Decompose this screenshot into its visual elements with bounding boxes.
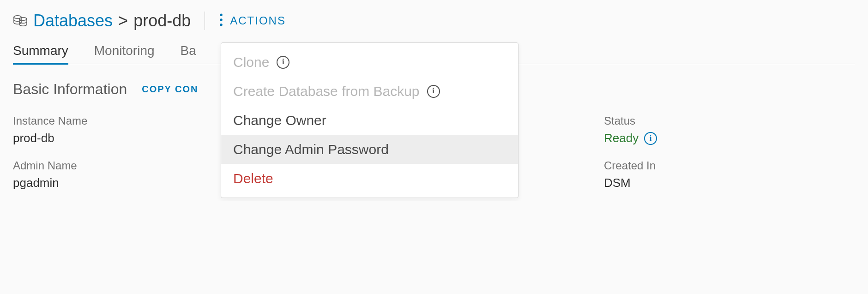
info-icon[interactable]: i [644,132,657,145]
actions-menu: Clone i Create Database from Backup i Ch… [221,42,518,198]
menu-item-delete[interactable]: Delete [221,164,518,193]
svg-point-2 [220,13,223,16]
copy-connection-link[interactable]: COPY CON [142,84,198,95]
menu-item-label: Clone [233,53,269,71]
breadcrumb-separator: > [118,11,128,30]
actions-label: ACTIONS [230,14,286,27]
vertical-separator [205,12,205,30]
tab-monitoring[interactable]: Monitoring [94,43,155,64]
menu-item-label: Create Database from Backup [233,82,420,100]
menu-item-change-admin-password[interactable]: Change Admin Password [221,135,518,164]
field-value: DSM [604,176,855,190]
svg-point-1 [19,18,27,20]
field-created-in: Created In DSM [604,159,855,190]
field-label: Status [604,114,855,127]
tab-third[interactable]: Ba [181,43,196,64]
section-title: Basic Information [13,81,127,98]
dots-vertical-icon [219,13,223,29]
menu-item-label: Delete [233,169,273,187]
info-icon[interactable]: i [277,56,289,69]
status-text: Ready [604,131,639,145]
breadcrumb-current: prod-db [133,11,191,30]
field-status: Status Ready i [604,114,855,145]
breadcrumb-root-link[interactable]: Databases [33,11,113,30]
menu-item-label: Change Owner [233,111,326,129]
tab-summary[interactable]: Summary [13,43,68,64]
svg-point-4 [220,23,223,26]
actions-menu-trigger[interactable]: ACTIONS [219,13,286,29]
svg-point-3 [220,18,223,21]
menu-item-create-from-backup: Create Database from Backup i [221,77,518,106]
field-value: Ready i [604,131,657,145]
menu-item-change-owner[interactable]: Change Owner [221,106,518,135]
menu-item-clone: Clone i [221,48,518,77]
menu-item-label: Change Admin Password [233,140,389,158]
field-label: Created In [604,159,855,172]
breadcrumb: Databases > prod-db ACTIONS [13,11,855,30]
database-icon [13,14,28,27]
info-icon[interactable]: i [427,85,440,98]
